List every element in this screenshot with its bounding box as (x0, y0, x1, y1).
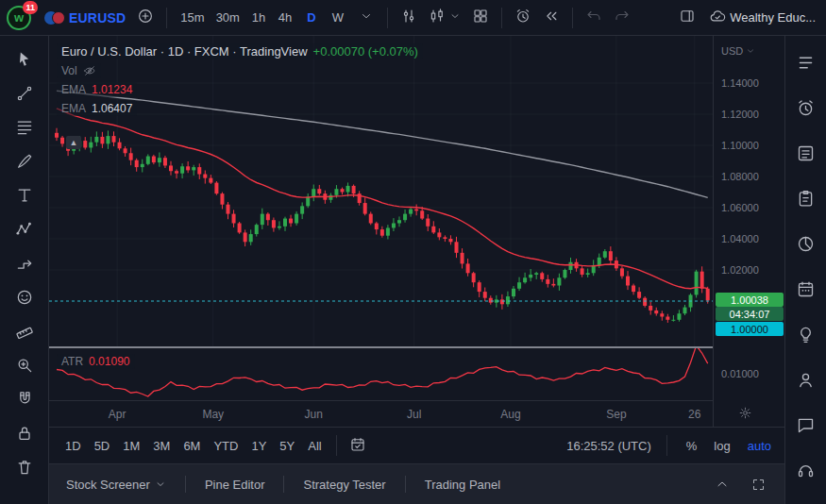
range-5y-button[interactable]: 5Y (273, 435, 301, 457)
text-icon (15, 186, 34, 205)
range-1m-button[interactable]: 1M (116, 435, 146, 457)
zoom-in-tool[interactable] (8, 349, 42, 380)
tab-trading-panel[interactable]: Trading Panel (406, 464, 519, 504)
layout-grid-button[interactable] (467, 5, 494, 31)
people-icon[interactable] (791, 364, 821, 395)
fib-retracement-tool[interactable] (8, 111, 42, 143)
cloud-account-button[interactable]: Wealthy Educ... (704, 5, 820, 31)
news-icon[interactable] (791, 138, 821, 168)
toolbar-separator (166, 8, 167, 28)
auto-scale-button[interactable]: auto (744, 437, 775, 455)
atr-value: 0.01090 (89, 355, 129, 368)
hotlists-icon[interactable] (791, 228, 821, 259)
timeframe-group: 15m30m1h4hDW (175, 5, 351, 31)
help-icon[interactable] (791, 455, 821, 485)
timeframe-dropdown-button[interactable] (353, 5, 379, 31)
utc-clock[interactable]: 16:25:52 (UTC) (566, 439, 651, 453)
toolbar-separator (501, 8, 502, 28)
trend-line-tool[interactable] (8, 77, 42, 109)
timeframe-w[interactable]: W (325, 5, 351, 31)
main-chart-pane[interactable]: Euro / U.S. Dollar · 1D · FXCM · Trading… (49, 36, 713, 346)
trendline-icon (15, 84, 34, 103)
time-tick-aug: Aug (500, 408, 520, 421)
last-price-badge: 1.00038 (716, 293, 784, 307)
range-3m-button[interactable]: 3M (146, 435, 177, 457)
cursor-tool[interactable] (8, 43, 42, 75)
replay-icon (543, 8, 560, 27)
brush-tool[interactable] (8, 145, 42, 176)
timeframe-30m[interactable]: 30m (211, 5, 245, 31)
redo-button[interactable] (609, 5, 635, 31)
volume-legend-row[interactable]: Vol (57, 63, 101, 78)
percent-scale-button[interactable]: % (683, 437, 701, 455)
save-layout-button[interactable] (674, 5, 700, 31)
legend-title-row[interactable]: Euro / U.S. Dollar · 1D · FXCM · Trading… (57, 43, 423, 59)
time-axis[interactable]: AprMayJunJulAugSep26 (49, 400, 713, 427)
price-tick-label: 1.10000 (721, 140, 759, 151)
tab-strategy-tester[interactable]: Strategy Tester (284, 464, 404, 504)
undo-button[interactable] (581, 5, 607, 31)
panel-maximize-button[interactable] (747, 473, 769, 496)
notification-badge: 11 (23, 1, 38, 14)
log-scale-button[interactable]: log (710, 437, 733, 455)
pane-collapse-button[interactable]: ▲ (66, 136, 81, 149)
atr-legend-row[interactable]: ATR 0.01090 (57, 354, 135, 369)
price-axis[interactable]: USD 1.140001.120001.100001.080001.060001… (713, 36, 784, 427)
bottom-panel: Stock ScreenerPine EditorStrategy Tester… (49, 463, 784, 504)
price-tick-label: 1.08000 (721, 171, 759, 182)
range-all-button[interactable]: All (301, 435, 328, 457)
ema-slow-legend-row[interactable]: EMA 1.06407 (57, 101, 137, 116)
chart-type-button[interactable] (424, 5, 465, 31)
go-to-date-button[interactable] (345, 432, 371, 459)
chat-icon[interactable] (791, 410, 821, 440)
atr-pane[interactable] (49, 348, 713, 400)
lock-drawings-tool[interactable] (8, 417, 42, 448)
datawin-icon (796, 189, 816, 209)
timeframe-d[interactable]: D (298, 5, 325, 31)
calendar-icon[interactable] (791, 274, 821, 304)
range-1y-button[interactable]: 1Y (244, 435, 273, 457)
ideas-icon[interactable] (791, 319, 821, 349)
app-logo[interactable]: w 11 (6, 4, 34, 32)
data-window-icon[interactable] (791, 183, 821, 213)
axis-settings-gear-icon[interactable] (738, 406, 752, 420)
watchlist-icon[interactable] (791, 47, 821, 77)
magnet-tool[interactable] (8, 383, 42, 414)
alert-button[interactable] (510, 5, 536, 31)
redo-icon (614, 8, 631, 27)
tab-pine-editor[interactable]: Pine Editor (186, 464, 284, 504)
chat-icon (796, 415, 816, 435)
price-tick-label: 1.02000 (721, 264, 759, 276)
forecasting-tool[interactable] (8, 247, 42, 278)
eye-slash-icon[interactable] (83, 64, 96, 77)
xabcd-pattern-tool[interactable] (8, 213, 42, 244)
chevron-down-icon (360, 9, 373, 25)
add-symbol-button[interactable] (132, 5, 159, 31)
range-group: 1D5D1M3M6MYTD1Y5YAll (59, 435, 329, 457)
go-to-date-icon (349, 436, 366, 456)
timeframe-4h[interactable]: 4h (272, 5, 298, 31)
remove-drawings-tool[interactable] (8, 451, 42, 482)
ema-fast-value: 1.01234 (92, 83, 132, 96)
axis-currency-selector[interactable]: USD (721, 45, 755, 57)
zoom-icon (15, 356, 34, 375)
emoji-tool[interactable] (8, 281, 42, 312)
indicators-button[interactable] (396, 5, 422, 31)
alerts-icon[interactable] (791, 92, 821, 123)
watchlist-icon (796, 53, 816, 73)
symbol-button[interactable]: EURUSD (40, 5, 130, 31)
range-6m-button[interactable]: 6M (177, 435, 207, 457)
ema-fast-legend-row[interactable]: EMA 1.01234 (57, 82, 137, 97)
timeframe-15m[interactable]: 15m (175, 5, 210, 31)
timeframe-1h[interactable]: 1h (245, 5, 272, 31)
brush-icon (15, 152, 34, 171)
text-tool[interactable] (8, 179, 42, 210)
range-1d-button[interactable]: 1D (59, 435, 88, 457)
measure-tool[interactable] (8, 315, 42, 346)
range-5d-button[interactable]: 5D (88, 435, 117, 457)
tab-stock-screener[interactable]: Stock Screener (64, 464, 185, 504)
pie-icon (796, 234, 816, 254)
replay-button[interactable] (538, 5, 565, 31)
panel-collapse-button[interactable] (711, 473, 733, 496)
range-ytd-button[interactable]: YTD (207, 435, 244, 457)
